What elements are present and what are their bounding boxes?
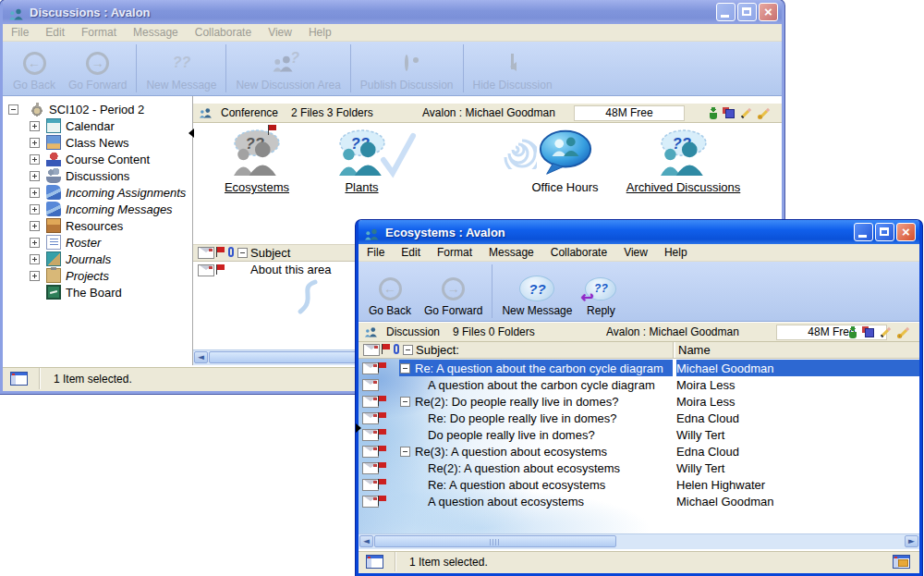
layers-icon[interactable] — [723, 107, 735, 118]
toolbar-go-forward[interactable]: →Go Forward — [418, 262, 489, 321]
minimize-button[interactable] — [716, 3, 736, 21]
tree-item-sci102-period-2[interactable]: SCI102 - Period 2 — [3, 101, 192, 117]
pencil-key-icon[interactable] — [897, 326, 910, 338]
menu-format[interactable]: Format — [73, 26, 125, 39]
toolbar-go-back[interactable]: ←Go Back — [6, 42, 62, 95]
menu-edit[interactable]: Edit — [393, 246, 429, 259]
message-row[interactable]: Re(2): Do people really live in domes?Mo… — [359, 393, 919, 410]
tree-expand-box[interactable] — [30, 221, 40, 231]
toolbar-label: Reply — [587, 304, 615, 317]
window1-menubar: FileEditFormatMessageCollaborateViewHelp — [3, 24, 782, 42]
tree-expand-box[interactable] — [30, 238, 40, 248]
pencil-icon[interactable] — [880, 326, 892, 338]
close-button[interactable] — [759, 3, 778, 21]
thread-collapse-box[interactable] — [400, 363, 410, 374]
view-toggle-icon[interactable] — [893, 555, 910, 569]
conference-item-label: Archived Discussions — [607, 180, 760, 194]
conference-item-archived-discussions[interactable]: ??Archived Discussions — [607, 129, 760, 194]
message-row[interactable]: A question about the carbon cycle diagra… — [359, 376, 919, 393]
toolbar-new-message[interactable]: ??New Message — [495, 262, 578, 321]
thread-collapse-box[interactable] — [400, 447, 410, 457]
scroll-left-arrow[interactable]: ◄ — [359, 535, 373, 547]
message-row[interactable]: Re: Do people really live in domes?Edna … — [359, 410, 919, 426]
splitter-collapse-arrow-icon[interactable] — [184, 129, 194, 138]
scroll-thumb[interactable] — [374, 535, 616, 547]
collapse-all-box[interactable] — [403, 345, 413, 355]
message-list-hscrollbar[interactable]: ◄ ► — [359, 533, 919, 549]
toolbar-reply[interactable]: ??↩Reply — [578, 262, 623, 321]
menu-format[interactable]: Format — [429, 246, 480, 259]
tree-item-calendar[interactable]: Calendar — [3, 117, 192, 134]
green-user-icon[interactable] — [710, 107, 717, 119]
minimize-button[interactable] — [854, 223, 873, 241]
tree-item-resources[interactable]: Resources — [3, 217, 192, 234]
tree-item-incoming-messages[interactable]: Incoming Messages — [3, 201, 192, 217]
tree-item-roster[interactable]: Roster — [3, 234, 192, 251]
message-row[interactable]: Re(3): A question about ecosystemsEdna C… — [359, 443, 919, 460]
pane-toggle-icon[interactable] — [10, 372, 28, 386]
menu-message[interactable]: Message — [480, 246, 542, 259]
window2-titlebar[interactable]: Ecosystems : Avalon — [359, 220, 919, 244]
journals-icon — [46, 251, 61, 266]
message-row[interactable]: Re: A question about the carbon cycle di… — [359, 360, 919, 376]
tree-expand-box[interactable] — [30, 271, 40, 281]
pane-toggle-icon[interactable] — [366, 555, 383, 569]
message-subject: Do people really live in domes? — [428, 428, 595, 442]
menu-help[interactable]: Help — [300, 26, 340, 39]
toolbar-go-forward[interactable]: →Go Forward — [62, 42, 133, 95]
message-row[interactable]: A question about ecosystemsMichael Goodm… — [359, 493, 919, 509]
scroll-left-arrow[interactable]: ◄ — [194, 351, 208, 363]
message-row[interactable]: Do people really live in domes?Willy Ter… — [359, 426, 919, 443]
tree-expand-box[interactable] — [30, 138, 40, 148]
menu-message[interactable]: Message — [125, 26, 187, 39]
tree-expand-box[interactable] — [30, 121, 40, 131]
tree-collapse-box[interactable] — [8, 104, 18, 115]
message-row[interactable]: Re: A question about ecosystemsHelen Hig… — [359, 476, 919, 493]
window-edge-arrow-icon — [356, 423, 366, 433]
menu-view[interactable]: View — [260, 26, 300, 39]
conference-item-ecosystems[interactable]: ??Ecosystems — [206, 129, 308, 194]
window1-titlebar[interactable]: Discussions : Avalon — [3, 0, 782, 24]
conference-item-plants[interactable]: ??Plants — [318, 129, 406, 194]
close-button[interactable] — [896, 223, 916, 241]
layers-icon[interactable] — [862, 326, 874, 337]
maximize-button[interactable] — [875, 223, 894, 241]
tree-item-journals[interactable]: Journals — [3, 251, 192, 267]
menu-view[interactable]: View — [615, 246, 656, 259]
thread-collapse-box[interactable] — [400, 397, 410, 407]
conference-item-office-hours[interactable]: Office Hours — [512, 129, 618, 194]
column-divider[interactable] — [673, 342, 675, 358]
menu-file[interactable]: File — [3, 26, 37, 39]
tree-item-discussions[interactable]: Discussions — [3, 167, 192, 184]
menu-edit[interactable]: Edit — [37, 26, 73, 39]
toolbar-publish-discussion[interactable]: Publish Discussion — [354, 42, 460, 95]
tree-expand-box[interactable] — [30, 188, 40, 198]
pencil-key-icon[interactable] — [758, 107, 771, 119]
menu-file[interactable]: File — [359, 246, 393, 259]
maximize-button[interactable] — [737, 3, 757, 21]
menu-collaborate[interactable]: Collaborate — [542, 246, 615, 259]
tree-item-label: SCI102 - Period 2 — [49, 103, 144, 116]
tree-item-incoming-assignments[interactable]: Incoming Assignments — [3, 184, 192, 201]
scroll-right-arrow[interactable]: ► — [905, 535, 918, 547]
menu-help[interactable]: Help — [656, 246, 696, 259]
toolbar-new-discussion-area[interactable]: ?New Discussion Area — [229, 42, 346, 95]
toolbar-new-message[interactable]: ??New Message — [140, 42, 223, 95]
menu-collaborate[interactable]: Collaborate — [187, 26, 260, 39]
tree-item-course-content[interactable]: Course Content — [3, 151, 192, 167]
toolbar-hide-discussion[interactable]: Hide Discussion — [467, 42, 559, 95]
tree-item-projects[interactable]: Projects — [3, 267, 192, 284]
pencil-icon[interactable] — [740, 107, 752, 119]
green-user-icon[interactable] — [849, 326, 857, 338]
tree-expand-box[interactable] — [30, 171, 40, 181]
tree-expand-box[interactable] — [30, 204, 40, 214]
app-people-icon — [8, 5, 25, 20]
message-list-header[interactable]: Subject: Name — [359, 342, 919, 359]
tree-expand-box[interactable] — [30, 254, 40, 264]
toolbar-go-back[interactable]: ←Go Back — [362, 262, 418, 321]
message-row[interactable]: Re(2): A question about ecosystemsWilly … — [359, 460, 919, 476]
tree-item-the-board[interactable]: The Board — [3, 284, 192, 300]
tree-item-class-news[interactable]: Class News — [3, 134, 192, 151]
tree-expand-box[interactable] — [30, 154, 40, 165]
collapse-all-box[interactable] — [237, 248, 248, 258]
